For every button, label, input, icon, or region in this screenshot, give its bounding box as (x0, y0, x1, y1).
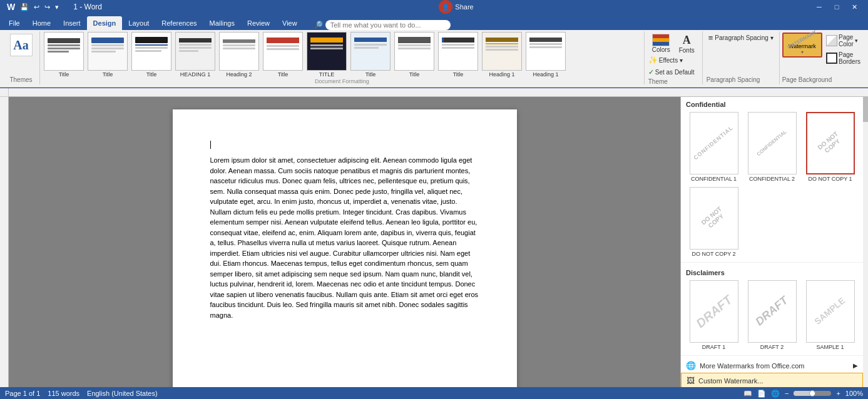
page-background-group: WATERMARK Watermark ▾ PageColor ▾ PageB (780, 31, 865, 84)
share-btn[interactable]: Share (455, 3, 473, 11)
document-page: Lorem ipsum dolor sit amet, consectetuer… (173, 109, 517, 387)
tab-home[interactable]: Home (26, 16, 57, 30)
text-cursor (210, 141, 211, 149)
more-watermarks-item[interactable]: 🌐 More Watermarks from Office.com ▶ (681, 358, 863, 373)
style-item-3[interactable]: Title (262, 31, 304, 78)
body-text: Lorem ipsum dolor sit amet, consectetuer… (210, 155, 479, 320)
tab-review[interactable]: Review (241, 16, 276, 30)
set-default-btn[interactable]: Set as Default (655, 69, 695, 76)
more-watermarks-arrow: ▶ (853, 362, 858, 369)
page-borders-btn[interactable]: PageBorders (824, 50, 863, 66)
style-label-7: Title (453, 71, 464, 78)
style-item-1[interactable]: Title (86, 31, 129, 78)
style-item-4[interactable]: TITLE (305, 31, 348, 78)
style-label-0: Title (59, 71, 69, 78)
tab-references[interactable]: References (155, 16, 203, 30)
document-title: 1 - Word (73, 3, 102, 11)
wm-donotcopy1[interactable]: DO NOTCOPY DO NOT COPY 1 (802, 112, 858, 182)
theme-options-group: Colors A Fonts ✨ Effects ▾ ✓ Set as Defa… (645, 31, 703, 84)
tab-design[interactable]: Design (87, 16, 123, 30)
style-label-5: Title (365, 71, 376, 78)
style-thumb-heading2 (219, 32, 259, 71)
panel-divider (681, 262, 863, 263)
fonts-btn[interactable]: A Fonts (675, 33, 698, 55)
fonts-label: Fonts (679, 47, 695, 54)
style-item-2[interactable]: Title (130, 31, 173, 78)
wm-confidential2[interactable]: CONFIDENTIAL CONFIDENTIAL 2 (744, 112, 800, 182)
title-bar-left: W 💾 ↩ ↪ ▾ 1 - Word (5, 1, 102, 13)
watermark-button[interactable]: WATERMARK Watermark ▾ (782, 33, 822, 58)
effects-btn[interactable]: Effects ▾ (659, 57, 683, 64)
wm-label-draft1: DRAFT 1 (702, 344, 725, 350)
horizontal-ruler-area (0, 88, 868, 97)
view-read-icon[interactable]: 📖 (743, 390, 752, 398)
themes-button[interactable]: Aa (8, 33, 35, 58)
style-thumb-7 (438, 32, 478, 71)
undo-btn[interactable]: ↩ (32, 3, 41, 12)
wm-donotcopy2[interactable]: DO NOTCOPY DO NOT COPY 2 (686, 187, 742, 257)
tab-insert[interactable]: Insert (57, 16, 87, 30)
language: English (United States) (87, 390, 158, 397)
style-item-6[interactable]: Title (393, 31, 436, 78)
wm-draft2[interactable]: DRAFT DRAFT 2 (744, 280, 800, 350)
ribbon: File Home Insert Design Layout Reference… (0, 14, 868, 88)
panel-scrollbar-thumb[interactable] (863, 97, 868, 122)
doc-with-panel: Lorem ipsum dolor sit amet, consectetuer… (0, 97, 868, 387)
wm-confidential1[interactable]: CONFIDENTIAL CONFIDENTIAL 1 (686, 112, 742, 182)
user-avatar[interactable]: 👤 (439, 0, 452, 14)
wm-text-draft1: DRAFT (693, 293, 734, 330)
style-item-heading1[interactable]: HEADING 1 (174, 31, 217, 78)
wm-sample1[interactable]: SAMPLE SAMPLE 1 (802, 280, 858, 350)
page-background-label: Page Background (782, 75, 863, 83)
panel-divider2 (681, 355, 863, 356)
maximize-btn[interactable]: □ (828, 0, 845, 14)
style-label-9: Heading 1 (533, 71, 558, 78)
style-thumb-1 (88, 32, 128, 71)
wm-label-draft2: DRAFT 2 (760, 344, 784, 350)
style-item-8[interactable]: Heading 1 (481, 31, 523, 78)
minimize-btn[interactable]: ─ (810, 0, 828, 14)
confidential-grid: CONFIDENTIAL CONFIDENTIAL 1 CONFIDENTIAL… (681, 109, 863, 184)
style-item-heading2[interactable]: Heading 2 (218, 31, 260, 78)
tab-view[interactable]: View (276, 16, 304, 30)
colors-btn[interactable]: Colors (648, 33, 674, 55)
zoom-out-btn[interactable]: − (785, 390, 789, 397)
ribbon-content: Aa Themes Title (0, 30, 868, 88)
close-btn[interactable]: ✕ (845, 0, 863, 14)
style-item-9[interactable]: Heading 1 (524, 31, 567, 78)
save-btn[interactable]: 💾 (18, 3, 31, 12)
paragraph-spacing-btn[interactable]: ≡ Paragraph Spacing ▾ (707, 33, 775, 43)
customize-qat[interactable]: ▾ (53, 3, 61, 12)
style-item-0[interactable]: Title (43, 31, 85, 78)
custom-watermark-item[interactable]: 🖼 Custom Watermark... (681, 373, 863, 387)
title-bar: W 💾 ↩ ↪ ▾ 1 - Word 👤 Share ─ □ ✕ (0, 0, 868, 14)
style-thumb-heading1 (175, 32, 215, 71)
set-default-row: ✓ Set as Default (648, 68, 698, 77)
zoom-slider[interactable] (794, 391, 831, 396)
zoom-in-btn[interactable]: + (836, 390, 840, 397)
tab-layout[interactable]: Layout (122, 16, 155, 30)
style-thumb-5 (350, 32, 391, 71)
style-item-7[interactable]: Title (437, 31, 479, 78)
view-web-icon[interactable]: 🌐 (771, 390, 780, 398)
style-item-5[interactable]: Title (349, 31, 392, 78)
panel-scrollbar[interactable] (863, 97, 868, 387)
tab-mailings[interactable]: Mailings (203, 16, 241, 30)
wm-thumb-confidential1: CONFIDENTIAL (690, 112, 738, 174)
disclaimers-grid: DRAFT DRAFT 1 DRAFT DRAFT 2 SAMPLE (681, 278, 863, 353)
wm-draft1[interactable]: DRAFT DRAFT 1 (686, 280, 742, 350)
view-print-icon[interactable]: 📄 (757, 390, 766, 398)
style-label-8: Heading 1 (489, 71, 514, 78)
vertical-ruler (0, 97, 9, 387)
paragraph-spacing-label: Paragraph Spacing ▾ (715, 34, 773, 41)
confidential-section-header: Confidential (681, 97, 863, 109)
document-area[interactable]: Lorem ipsum dolor sit amet, consectetuer… (9, 97, 680, 387)
redo-btn[interactable]: ↪ (43, 3, 52, 12)
style-label-3: Title (278, 71, 288, 78)
style-label-1: Title (103, 71, 113, 78)
tab-file[interactable]: File (3, 16, 26, 30)
para-spacing-group-label: Paragraph Spacing (707, 75, 775, 83)
tell-me-input[interactable] (325, 20, 451, 30)
quick-access-toolbar: W 💾 ↩ ↪ ▾ (5, 1, 61, 13)
page-color-btn[interactable]: PageColor ▾ (824, 33, 863, 49)
